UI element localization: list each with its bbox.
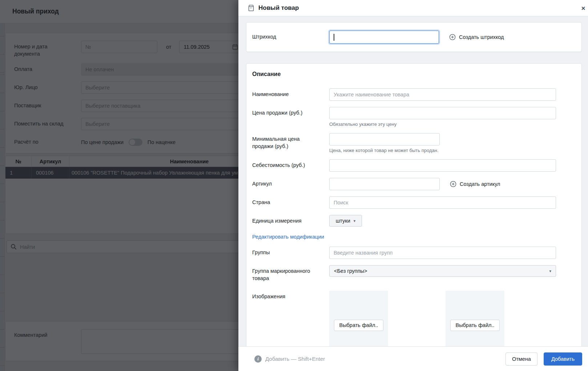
marked-group-label: Группа маркированного товара (252, 265, 319, 282)
cost-price-input[interactable] (329, 159, 556, 172)
min-price-input[interactable] (329, 133, 440, 145)
unit-label: Единица измерения (252, 215, 319, 225)
create-barcode-button[interactable]: Создать штрихкод (449, 34, 504, 40)
chevron-down-icon: ▾ (549, 269, 551, 274)
description-section-title: Описание (252, 71, 576, 77)
shortcut-hint: i Добавить — Shift+Enter (254, 355, 325, 363)
close-icon[interactable]: × (579, 4, 587, 12)
chevron-down-icon: ▾ (354, 219, 356, 223)
description-card: Описание Наименование Цена продажи (руб.… (246, 64, 581, 346)
choose-file-button[interactable]: Выбрать файл.. (334, 320, 383, 331)
create-sku-label: Создать артикул (460, 181, 500, 187)
info-icon: i (254, 355, 262, 363)
sale-price-hint: Обязательно укажите эту цену (329, 121, 576, 127)
text-cursor (334, 34, 334, 41)
modal-header: Новый товар × (238, 0, 588, 16)
cost-price-label: Себестоимость (руб.) (252, 159, 319, 169)
sale-price-input[interactable] (329, 107, 556, 119)
sku-input[interactable] (329, 178, 440, 190)
groups-input[interactable] (329, 247, 556, 259)
sku-label: Артикул (252, 178, 319, 188)
plus-circle-icon (450, 181, 456, 187)
unit-select[interactable]: штуки ▾ (329, 215, 362, 227)
create-sku-button[interactable]: Создать артикул (450, 181, 500, 187)
shortcut-hint-text: Добавить — Shift+Enter (265, 356, 325, 362)
min-price-hint: Цена, ниже которой товар не может быть п… (329, 148, 576, 153)
create-barcode-label: Создать штрихкод (459, 34, 504, 40)
edit-modifications-link[interactable]: Редактировать модификации (252, 234, 324, 240)
name-label: Наименование (252, 88, 319, 98)
product-box-icon (247, 4, 255, 12)
modal-title: Новый товар (258, 4, 299, 12)
marked-group-select[interactable]: <Без группы> ▾ (329, 265, 556, 277)
plus-circle-icon (449, 34, 456, 40)
image-upload-slot: Выбрать файл.. (446, 291, 504, 346)
marked-group-value: <Без группы> (334, 268, 367, 274)
cancel-button[interactable]: Отмена (506, 352, 537, 366)
sale-price-label: Цена продажи (руб.) (252, 107, 319, 117)
choose-file-button[interactable]: Выбрать файл.. (450, 320, 499, 331)
unit-value: штуки (336, 218, 350, 224)
image-upload-slot: Выбрать файл.. (329, 291, 388, 346)
country-label: Страна (252, 196, 319, 206)
barcode-card: Штрихкод Создать штрихкод (246, 23, 581, 52)
min-price-label: Минимальная цена продажи (руб.) (252, 133, 319, 150)
modal-body: Штрихкод Создать штрихкод Описание (238, 16, 588, 346)
add-button[interactable]: Добавить (544, 352, 582, 366)
groups-label: Группы (252, 247, 319, 256)
modal-footer: i Добавить — Shift+Enter Отмена Добавить (238, 346, 588, 371)
new-product-modal: Новый товар × Штрихкод Создать штрихкод (238, 0, 588, 371)
images-label: Изображения (252, 291, 319, 300)
barcode-label: Штрихкод (252, 33, 329, 41)
barcode-input[interactable] (329, 31, 439, 44)
product-name-input[interactable] (329, 88, 556, 101)
country-search-input[interactable] (329, 196, 556, 209)
